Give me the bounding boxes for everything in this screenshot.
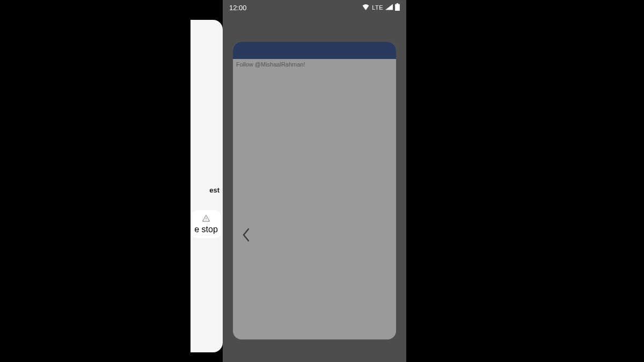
app-preview-content-text: Follow @MishaalRahman!	[233, 59, 396, 70]
svg-rect-2	[397, 3, 399, 4]
status-time: 12:00	[229, 4, 247, 12]
back-gesture-chevron-icon[interactable]	[241, 227, 251, 247]
phone-screen: 12:00 LTE Follow @MishaalRah	[223, 0, 406, 362]
previous-app-panel[interactable]: est e stop	[191, 20, 223, 352]
svg-rect-3	[395, 4, 400, 10]
background-app-preview[interactable]: Follow @MishaalRahman!	[233, 42, 396, 339]
battery-icon	[395, 3, 400, 12]
force-stop-label-fragment: e stop	[194, 225, 218, 234]
network-type-label: LTE	[372, 4, 383, 11]
warning-icon	[202, 215, 210, 224]
svg-point-1	[206, 220, 206, 220]
wifi-icon	[362, 4, 370, 12]
signal-icon	[385, 4, 393, 12]
force-stop-button[interactable]: e stop	[192, 210, 221, 238]
status-bar: 12:00 LTE	[223, 0, 406, 15]
app-preview-header	[233, 42, 396, 59]
status-icons: LTE	[362, 3, 400, 12]
prev-panel-title-fragment: est	[209, 186, 219, 194]
